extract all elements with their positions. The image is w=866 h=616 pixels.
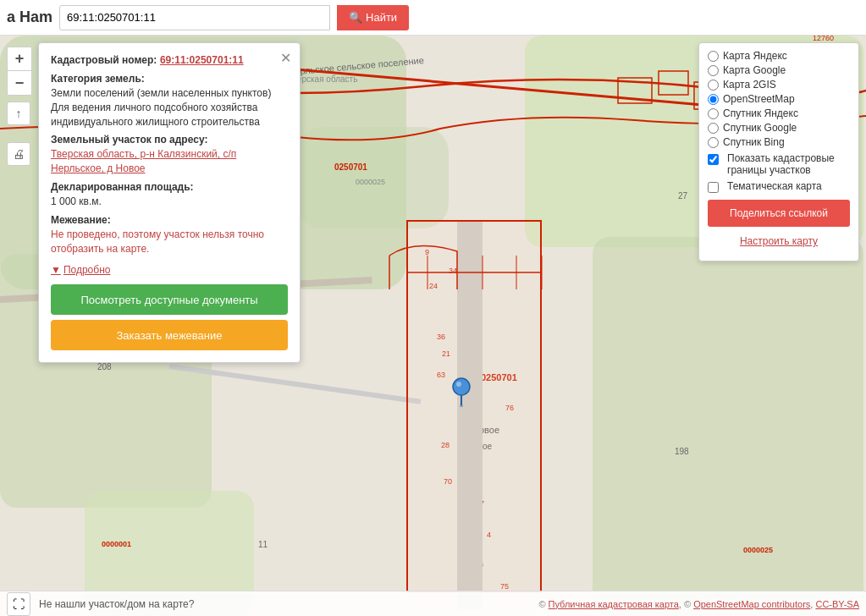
header: a Ham 🔍 Найти (0, 0, 866, 36)
thematic-map-checkbox[interactable] (708, 182, 719, 193)
area-label: Декларированная площадь: (51, 181, 288, 193)
radio-yandex-sat[interactable] (708, 108, 719, 119)
address-value: Тверская область, р-н Калязинский, с/п Н… (51, 147, 288, 176)
info-panel: ✕ Кадастровый номер: 69:11:0250701:11 Ка… (38, 42, 301, 363)
map-type-2gis[interactable]: Карта 2GIS (708, 79, 850, 91)
show-cadastral-checkbox[interactable] (708, 154, 719, 165)
not-found-text: Не нашли участок/дом на карте? (39, 598, 194, 610)
zoom-in-button[interactable]: + (8, 47, 31, 71)
map-label-11: 11 (258, 540, 268, 549)
map-label-198: 198 (675, 447, 689, 456)
search-button[interactable]: 🔍 Найти (337, 5, 409, 30)
screenshot-button[interactable]: ⛶ (7, 592, 30, 616)
thematic-map-checkbox-label[interactable]: Тематическая карта (708, 180, 850, 193)
radio-google-sat[interactable] (708, 123, 719, 134)
map-type-google[interactable]: Карта Google (708, 64, 850, 76)
map-type-panel: Карта Яндекс Карта Google Карта 2GIS Ope… (698, 42, 859, 261)
logo: a Ham (7, 8, 52, 26)
info-close-button[interactable]: ✕ (280, 50, 291, 66)
map-type-osm[interactable]: OpenStreetMap (708, 93, 850, 105)
show-cadastral-checkbox-label[interactable]: Показать кадастровые границы участков (708, 152, 850, 176)
view-docs-button[interactable]: Посмотреть доступные документы (51, 284, 288, 315)
cc-link[interactable]: CC-BY-SA (815, 599, 859, 609)
map-type-google-sat[interactable]: Спутник Google (708, 122, 850, 134)
zoom-out-button[interactable]: − (8, 71, 31, 95)
share-link-button[interactable]: Поделиться ссылкой (708, 200, 850, 227)
radio-2gis-map[interactable] (708, 80, 719, 91)
svg-point-20 (453, 378, 470, 395)
land-category-value: Земли поселений (земли населенных пункто… (51, 86, 288, 129)
radio-yandex-map[interactable] (708, 51, 719, 62)
compass-button[interactable]: ↑ (7, 102, 30, 125)
order-survey-button[interactable]: Заказать межевание (51, 320, 288, 350)
map-type-bing-sat[interactable]: Спутник Bing (708, 136, 850, 148)
cadastral-number[interactable]: 69:11:0250701:11 (160, 54, 244, 66)
cadastral-label: Кадастровый номер: (51, 54, 157, 66)
map-label-208: 208 (97, 362, 112, 371)
search-btn-label: Найти (366, 11, 397, 24)
details-link[interactable]: ▼ Подробно (51, 264, 110, 276)
nav-control: ↑ (7, 102, 30, 129)
map-settings-button[interactable]: Настроить карту (708, 230, 850, 252)
radio-osm[interactable] (708, 94, 719, 105)
map-label-0000001: 0000001 (102, 540, 131, 548)
cadastral-header: Кадастровый номер: 69:11:0250701:11 (51, 53, 288, 66)
map-label-0000025-2: 0000025 (743, 546, 773, 554)
svg-point-22 (460, 404, 463, 407)
print-button[interactable]: 🖨 (7, 142, 30, 166)
map-type-yandex-sat[interactable]: Спутник Яндекс (708, 107, 850, 119)
map-pin (451, 377, 472, 410)
logo-text: a Ham (7, 8, 52, 26)
radio-bing-sat[interactable] (708, 137, 719, 148)
area-value: 1 000 кв.м. (51, 195, 288, 209)
survey-value: Не проведено, поэтому участок нельзя точ… (51, 228, 288, 256)
svg-point-21 (456, 382, 461, 387)
map-type-yandex[interactable]: Карта Яндекс (708, 50, 850, 62)
zoom-controls: + − (7, 47, 32, 96)
search-input[interactable] (59, 5, 330, 30)
bottom-bar: ⛶ Не нашли участок/дом на карте? © Публи… (0, 591, 866, 616)
radio-google-map[interactable] (708, 65, 719, 76)
survey-label: Межевание: (51, 214, 288, 226)
attribution: © Публичная кадастровая карта, © OpenStr… (538, 599, 859, 609)
search-icon: 🔍 (349, 11, 362, 24)
land-category-label: Категория земель: (51, 73, 288, 85)
osm-link[interactable]: OpenStreetMap contributors (693, 599, 810, 609)
address-link[interactable]: Тверская область, р-н Калязинский, с/п Н… (51, 148, 236, 174)
address-label: Земельный участок по адресу: (51, 134, 288, 146)
pkk-link[interactable]: Публичная кадастровая карта (549, 599, 679, 609)
